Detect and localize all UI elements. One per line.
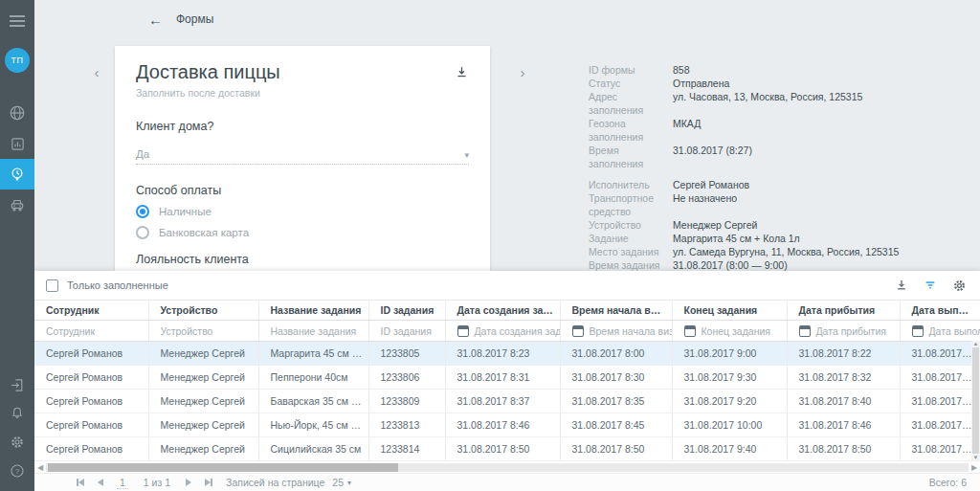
detail-label: Место задания: [589, 245, 673, 258]
column-header[interactable]: Время начала визита: [560, 301, 672, 321]
topbar: ← Формы: [34, 0, 980, 38]
table-cell: 31.08.2017 8:22: [787, 342, 900, 366]
table-row[interactable]: Сергей Романов Менеджер Сергей Баварская…: [34, 390, 980, 413]
bell-icon: [10, 406, 25, 421]
total-count: Всего: 6: [929, 477, 967, 488]
scroll-left-icon[interactable]: ◀: [34, 463, 46, 472]
table-row[interactable]: Сергей Романов Менеджер Сергей Сицилийск…: [34, 437, 980, 461]
filter-input-task-end[interactable]: Конец задания: [672, 321, 787, 342]
table-cell: 31.08.2017 8:40: [787, 390, 900, 413]
table-cell: 1233814: [368, 437, 445, 461]
filter-input-device[interactable]: Устройство: [148, 321, 258, 342]
column-header[interactable]: Конец задания: [672, 301, 787, 321]
client-home-select[interactable]: Да ▾: [136, 148, 469, 165]
back-icon[interactable]: ←: [148, 12, 163, 27]
table-cell: 31.08.2017 8:30: [560, 366, 672, 390]
next-form-button[interactable]: ›: [512, 61, 533, 82]
table-cell: 31.08.2017 8:46: [787, 413, 900, 437]
avatar[interactable]: ТП: [5, 48, 30, 73]
detail-value: ул. Самеда Вургуна, 11, Москва, Россия, …: [673, 245, 899, 258]
table-cell: Менеджер Сергей: [148, 366, 258, 390]
detail-label: Геозона заполнения: [589, 117, 673, 144]
filter-input-created[interactable]: Дата создания зада...: [445, 321, 560, 342]
filter-input-employee[interactable]: Сотрудник: [34, 321, 148, 342]
form-card: Доставка пиццы Заполнить после доставки …: [115, 46, 490, 271]
table-cell: 31.08.2017 9:40: [672, 437, 787, 461]
detail-value: Не назначено: [673, 191, 737, 218]
filter-input-arrival[interactable]: Дата прибытия: [787, 321, 900, 342]
page-number-input[interactable]: 1: [117, 477, 128, 489]
table-cell: 31.08.2017 8:46: [445, 413, 560, 437]
prev-page-icon[interactable]: [98, 479, 103, 486]
sidebar-item-logout[interactable]: [0, 370, 34, 399]
calendar-icon: [572, 325, 584, 337]
table-cell: 31.08.2017 8:00: [560, 342, 672, 366]
payment-label: Способ оплаты: [136, 184, 469, 197]
globe-icon: [9, 104, 26, 122]
last-page-icon[interactable]: [205, 479, 212, 486]
prev-form-button[interactable]: ‹: [86, 61, 107, 82]
horizontal-scrollbar[interactable]: ◀ ▶: [34, 462, 980, 473]
filter-input-task-name[interactable]: Название задания: [258, 321, 368, 342]
sidebar-item-notifications[interactable]: [0, 399, 34, 428]
table-cell: 31.08.2017 8:55: [900, 437, 980, 461]
table-cell: 1233809: [368, 390, 445, 413]
download-icon[interactable]: [895, 279, 908, 292]
sidebar-item-geofences[interactable]: [0, 159, 34, 190]
menu-icon[interactable]: [0, 0, 34, 42]
column-header[interactable]: Дата создания задания: [445, 301, 560, 321]
select-value: Да: [136, 148, 149, 160]
table-cell: 31.08.2017 10:00: [672, 413, 787, 437]
calendar-icon: [457, 325, 469, 337]
filter-icon[interactable]: [924, 279, 937, 292]
scrollbar-track[interactable]: [46, 463, 969, 472]
column-header[interactable]: ID задания: [368, 301, 445, 321]
table-row[interactable]: Сергей Романов Менеджер Сергей Нью-Йорк,…: [34, 413, 980, 437]
page-info: 1 из 1: [144, 477, 170, 488]
radio-cash[interactable]: Наличные: [136, 205, 469, 218]
calendar-icon: [799, 325, 811, 337]
first-page-icon[interactable]: [77, 479, 84, 486]
radio-card[interactable]: Банковская карта: [136, 226, 469, 239]
radio-selected-icon: [136, 205, 149, 218]
scrollbar-thumb[interactable]: [48, 463, 398, 472]
column-header[interactable]: Устройство: [148, 301, 258, 321]
gear-icon[interactable]: [952, 279, 967, 293]
download-icon[interactable]: [455, 65, 469, 79]
table-row[interactable]: Сергей Романов Менеджер Сергей Маргарита…: [34, 342, 980, 366]
sidebar-item-settings[interactable]: [0, 428, 34, 457]
scroll-down-icon[interactable]: ▼: [973, 455, 979, 460]
column-header[interactable]: Дата прибытия: [787, 301, 900, 321]
table-cell: 31.08.2017 8:35: [560, 390, 672, 413]
page-title: Формы: [176, 12, 213, 26]
filled-only-checkbox[interactable]: [46, 279, 58, 292]
sidebar-item-globe[interactable]: [0, 98, 34, 128]
sidebar-item-vehicles[interactable]: [0, 190, 34, 220]
scrollbar-thumb[interactable]: [972, 347, 979, 454]
next-page-icon[interactable]: [186, 479, 191, 486]
table-cell: 31.08.2017 8:37: [445, 390, 560, 413]
table-cell: Баварская 35 см + Кола 2 л: [258, 390, 368, 413]
filter-input-task-id[interactable]: ID задания: [368, 321, 445, 342]
scroll-right-icon[interactable]: ▶: [969, 463, 980, 472]
column-header[interactable]: Дата выполнения: [900, 301, 980, 321]
table-cell: 31.08.2017 8:50: [445, 437, 560, 461]
chevron-down-icon[interactable]: ▾: [347, 479, 351, 487]
detail-value: ул. Часовая, 13, Москва, Россия, 125315: [673, 90, 862, 117]
table-row[interactable]: Сергей Романов Менеджер Сергей Пепперони…: [34, 366, 980, 390]
filter-input-completed[interactable]: Дата выполнения: [900, 321, 980, 342]
calendar-icon: [912, 325, 924, 337]
table-cell: 1233805: [368, 342, 445, 366]
table-cell: Сергей Романов: [34, 390, 148, 413]
detail-label: Устройство: [589, 218, 673, 232]
table-cell: 31.08.2017 9:30: [672, 366, 787, 390]
sidebar-item-help[interactable]: ?: [0, 457, 34, 485]
column-header[interactable]: Сотрудник: [34, 301, 148, 321]
detail-label: Адрес заполнения: [589, 90, 673, 117]
scroll-up-icon[interactable]: ▲: [973, 341, 979, 346]
sidebar-item-reports[interactable]: [0, 128, 34, 159]
vertical-scrollbar[interactable]: ▲ ▼: [971, 341, 980, 460]
page-size-select[interactable]: 25: [332, 477, 344, 488]
column-header[interactable]: Название задания: [258, 301, 368, 321]
filter-input-visit-start[interactable]: Время начала визита: [560, 321, 672, 342]
